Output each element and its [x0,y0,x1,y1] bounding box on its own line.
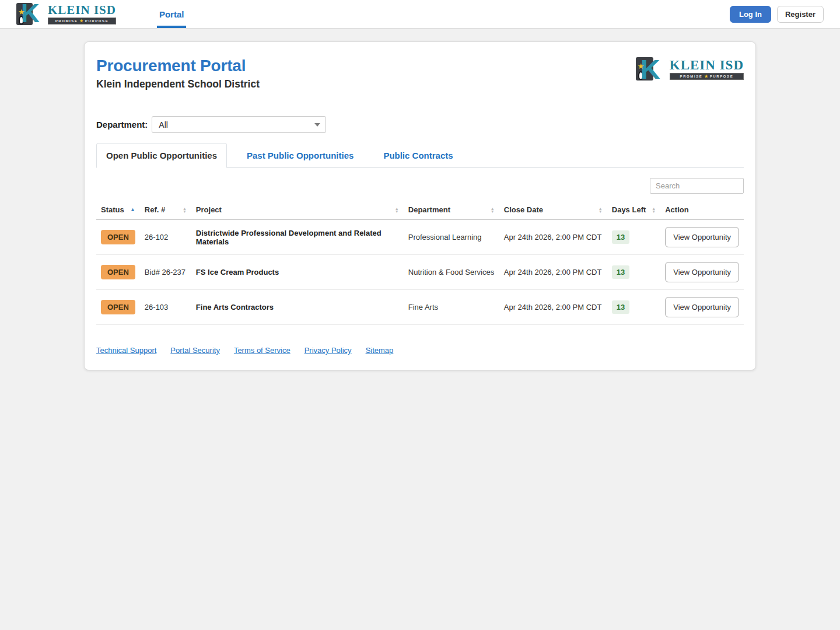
brand-name: KLEIN ISD [670,58,744,72]
sort-icon: ▲▼ [491,207,495,213]
column-header[interactable]: Ref. # ▲ ▲▼ [140,200,191,220]
column-header-label: Days Left [612,205,646,214]
department-name: Nutrition & Food Services [408,268,494,276]
department-selected-value: All [159,120,168,130]
column-header[interactable]: Project ▲ ▲▼ [191,200,404,220]
days-left-badge: 13 [612,230,629,244]
footer-link-technical-support[interactable]: Technical Support [96,346,156,355]
card-header: Procurement Portal Klein Independent Sch… [96,57,744,90]
footer-link-privacy-policy[interactable]: Privacy Policy [304,346,352,355]
column-header-label: Department [408,205,450,214]
ref-number: 26-102 [145,233,168,242]
column-header-label: Ref. # [145,205,165,214]
navbar-links: Portal [152,0,191,28]
tagline-right: PURPOSE [85,19,109,23]
procurement-portal-card: Procurement Portal Klein Independent Sch… [84,41,756,370]
days-left-badge: 13 [612,265,629,279]
footer-link-terms-of-service[interactable]: Terms of Service [234,346,290,355]
column-header[interactable]: Status ▲ ▲▼ [96,200,140,220]
register-button[interactable]: Register [777,6,824,23]
tab-past-public-opportunities[interactable]: Past Public Opportunities [237,143,363,168]
footer-link-sitemap[interactable]: Sitemap [366,346,394,355]
table-body: OPEN 26-102 Districtwide Professional De… [96,220,744,325]
status-badge: OPEN [101,300,135,314]
close-date: Apr 24th 2026, 2:00 PM CDT [504,303,602,312]
view-opportunity-button[interactable]: View Opportunity [665,227,739,247]
nav-link-portal[interactable]: Portal [158,0,186,28]
column-header[interactable]: Department ▲ ▲▼ [404,200,499,220]
column-header-label: Status [101,205,124,214]
close-date: Apr 24th 2026, 2:00 PM CDT [504,233,602,242]
tagline-left: PROMISE [680,75,703,78]
klein-isd-logo-icon: K ★ [16,2,43,26]
column-header-label: Project [196,205,222,214]
department-name: Professional Learning [408,233,482,242]
log-in-button[interactable]: Log In [730,6,771,23]
sort-ascending-icon: ▲ [130,207,135,212]
status-badge: OPEN [101,230,135,244]
view-opportunity-button[interactable]: View Opportunity [665,262,739,282]
logo-star-icon: ★ [638,62,645,70]
tab-public-contracts[interactable]: Public Contracts [373,143,463,168]
brand-tagline: PROMISE ★ PURPOSE [48,18,116,24]
navbar-actions: Log In Register [730,0,824,28]
tagline-left: PROMISE [55,19,78,23]
brand-name: KLEIN ISD [48,4,116,16]
sort-icon: ▲▼ [183,207,187,213]
project-name: FS Ice Cream Products [196,268,279,276]
search-row [96,178,744,194]
navbar-brand-logo[interactable]: K ★ KLEIN ISD PROMISE ★ PURPOSE [16,0,116,28]
top-navbar: K ★ KLEIN ISD PROMISE ★ PURPOSE Portal L… [0,0,840,29]
column-header[interactable]: Close Date ▲ ▲▼ [499,200,607,220]
column-header: Action ▲ ▲▼ [660,200,744,220]
tagline-star-icon: ★ [704,74,708,79]
table-row: OPEN Bid# 26-237 FS Ice Cream Products N… [96,255,744,290]
department-label: Department: [96,120,148,130]
table-row: OPEN 26-102 Districtwide Professional De… [96,220,744,255]
logo-star-icon: ★ [18,8,25,16]
brand-text: KLEIN ISD PROMISE ★ PURPOSE [670,58,744,80]
department-select[interactable]: All [152,116,326,133]
column-header-label: Action [665,205,688,214]
table-header-row: Status ▲ ▲▼ Ref. # ▲ ▲▼ Project ▲ ▲▼ Dep… [96,200,744,220]
sort-icon: ▲▼ [598,207,603,213]
page-subtitle: Klein Independent School District [96,78,260,90]
brand-tagline: PROMISE ★ PURPOSE [670,73,744,80]
sort-icon: ▲▼ [395,207,399,213]
search-input[interactable] [650,178,744,194]
days-left-badge: 13 [612,300,629,314]
card-titles: Procurement Portal Klein Independent Sch… [96,57,260,90]
footer-link-portal-security[interactable]: Portal Security [170,346,220,355]
table-row: OPEN 26-103 Fine Arts Contractors Fine A… [96,290,744,325]
chevron-down-icon [314,123,320,127]
tab-open-public-opportunities[interactable]: Open Public Opportunities [96,143,227,168]
project-name: Fine Arts Contractors [196,303,274,312]
project-name: Districtwide Professional Development an… [196,229,382,246]
ref-number: Bid# 26-237 [145,268,186,276]
column-header-label: Close Date [504,205,543,214]
ref-number: 26-103 [145,303,168,312]
tabs: Open Public OpportunitiesPast Public Opp… [96,143,744,168]
page-title: Procurement Portal [96,57,260,75]
opportunities-table: Status ▲ ▲▼ Ref. # ▲ ▲▼ Project ▲ ▲▼ Dep… [96,200,744,325]
status-badge: OPEN [101,265,135,279]
sort-icon: ▲▼ [652,207,656,213]
tagline-right: PURPOSE [710,75,734,78]
department-name: Fine Arts [408,303,438,312]
column-header[interactable]: Days Left ▲ ▲▼ [607,200,660,220]
department-filter-row: Department: All [96,116,744,133]
klein-isd-logo-icon: K ★ [636,57,665,81]
brand-text: KLEIN ISD PROMISE ★ PURPOSE [48,4,116,24]
card-brand-logo: K ★ KLEIN ISD PROMISE ★ PURPOSE [636,57,744,81]
view-opportunity-button[interactable]: View Opportunity [665,297,739,317]
footer-links: Technical SupportPortal SecurityTerms of… [96,346,744,355]
close-date: Apr 24th 2026, 2:00 PM CDT [504,268,602,276]
tagline-star-icon: ★ [80,19,83,23]
